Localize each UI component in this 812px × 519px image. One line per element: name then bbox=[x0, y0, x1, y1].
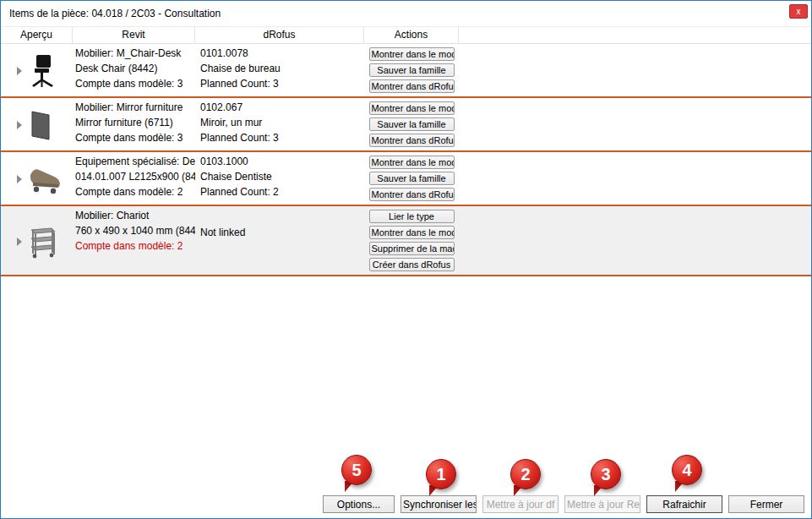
header-revit[interactable]: Revit bbox=[73, 27, 195, 43]
dentist-chair-icon bbox=[28, 164, 65, 194]
revit-cell: Mobilier: Mirror furniture Mirror furnit… bbox=[73, 98, 195, 150]
actions-cell: Montrer dans le mod Sauver la famille Mo… bbox=[364, 152, 459, 205]
mirror-icon bbox=[28, 107, 53, 143]
drofus-code: 0101.0078 bbox=[200, 46, 364, 61]
drofus-cell: 0102.067 Miroir, un mur Planned Count: 3 bbox=[195, 98, 364, 150]
revit-count: Compte dans modèle: 3 bbox=[75, 76, 195, 91]
drofus-cell: 0103.1000 Chaise Dentiste Planned Count:… bbox=[195, 152, 364, 205]
supprimer-maquette-button[interactable]: Supprimer de la maq bbox=[369, 242, 455, 255]
montrer-modele-button[interactable]: Montrer dans le mod bbox=[369, 47, 455, 61]
revit-type: 014.01.007 L2125x900 (84 bbox=[75, 169, 195, 184]
table-header: Aperçu Revit dRofus Actions bbox=[1, 27, 811, 44]
callout-badge-5: 5 bbox=[341, 455, 372, 485]
montrer-drofus-button[interactable]: Montrer dans dRofus bbox=[369, 79, 455, 93]
sauver-famille-button[interactable]: Sauver la famille bbox=[369, 63, 455, 77]
footer-buttons: Options... Synchroniser les Mettre à jou… bbox=[1, 495, 804, 513]
drofus-cell: 0101.0078 Chaise de bureau Planned Count… bbox=[195, 44, 364, 96]
callout-badge-4: 4 bbox=[672, 455, 702, 485]
callout-badge-2: 2 bbox=[510, 459, 541, 489]
items-dialog: Items de la pièce: 04.018 / 2C03 - Consu… bbox=[0, 0, 812, 519]
revit-cell: Mobilier: Chariot 760 x 490 x 1040 mm (8… bbox=[73, 206, 195, 275]
montrer-modele-button[interactable]: Montrer dans le mod bbox=[369, 101, 455, 115]
sauver-famille-button[interactable]: Sauver la famille bbox=[369, 117, 455, 131]
callout-number: 1 bbox=[436, 465, 445, 484]
montrer-drofus-button[interactable]: Montrer dans dRofus bbox=[369, 188, 455, 201]
revit-count: Compte dans modèle: 3 bbox=[75, 130, 195, 145]
preview-cell bbox=[1, 152, 73, 205]
revit-cell: Mobilier: M_Chair-Desk Desk Chair (8442)… bbox=[73, 44, 195, 96]
preview-cell bbox=[1, 206, 73, 275]
drofus-name: Miroir, un mur bbox=[200, 115, 364, 130]
options-button[interactable]: Options... bbox=[323, 495, 395, 513]
revit-count-alert: Compte dans modèle: 2 bbox=[75, 238, 195, 254]
drofus-code: 0103.1000 bbox=[200, 154, 364, 169]
table-row: Mobilier: Mirror furniture Mirror furnit… bbox=[1, 98, 811, 152]
sauver-famille-button[interactable]: Sauver la famille bbox=[369, 172, 455, 185]
revit-type: Desk Chair (8442) bbox=[75, 61, 195, 76]
fermer-button[interactable]: Fermer bbox=[728, 495, 804, 513]
table-row: Equipement spécialisé: De 014.01.007 L21… bbox=[1, 152, 811, 206]
lier-type-button[interactable]: Lier le type bbox=[369, 210, 455, 223]
actions-cell: Montrer dans le mod Sauver la famille Mo… bbox=[364, 98, 459, 150]
close-button[interactable]: x bbox=[789, 4, 808, 19]
mettre-a-jour-revit-button[interactable]: Mettre à jour Re bbox=[564, 495, 640, 513]
revit-family: Equipement spécialisé: De bbox=[75, 154, 195, 169]
trolley-cart-icon bbox=[28, 225, 58, 259]
revit-family: Mobilier: M_Chair-Desk bbox=[75, 46, 195, 61]
callout-number: 3 bbox=[601, 465, 610, 484]
actions-cell: Lier le type Montrer dans le mod Supprim… bbox=[364, 206, 459, 275]
drofus-name: Chaise de bureau bbox=[200, 61, 364, 76]
header-drofus[interactable]: dRofus bbox=[195, 27, 364, 43]
callout-number: 2 bbox=[520, 465, 530, 484]
header-apercu[interactable]: Aperçu bbox=[1, 27, 73, 43]
revit-count: Compte dans modèle: 2 bbox=[75, 184, 195, 199]
drofus-cell: Not linked bbox=[195, 206, 364, 275]
titlebar: Items de la pièce: 04.018 / 2C03 - Consu… bbox=[1, 1, 811, 27]
close-icon: x bbox=[797, 7, 801, 16]
revit-family: Mobilier: Chariot bbox=[75, 208, 195, 223]
table-row: Mobilier: M_Chair-Desk Desk Chair (8442)… bbox=[1, 44, 811, 98]
creer-drofus-button[interactable]: Créer dans dRofus bbox=[369, 258, 455, 271]
expand-arrow-icon[interactable] bbox=[17, 121, 22, 129]
preview-cell bbox=[1, 98, 73, 150]
callout-number: 4 bbox=[682, 461, 691, 480]
callout-badge-3: 3 bbox=[591, 459, 621, 489]
drofus-count: Planned Count: 3 bbox=[200, 130, 364, 145]
revit-cell: Equipement spécialisé: De 014.01.007 L21… bbox=[73, 152, 195, 205]
preview-cell bbox=[1, 44, 73, 96]
expand-arrow-icon[interactable] bbox=[17, 67, 22, 75]
revit-type: 760 x 490 x 1040 mm (844 bbox=[75, 223, 195, 238]
table-row: Mobilier: Chariot 760 x 490 x 1040 mm (8… bbox=[1, 206, 811, 276]
expand-arrow-icon[interactable] bbox=[17, 238, 22, 246]
revit-family: Mobilier: Mirror furniture bbox=[75, 100, 195, 115]
desk-chair-icon bbox=[28, 53, 58, 89]
revit-type: Mirror furniture (6711) bbox=[75, 115, 195, 130]
expand-arrow-icon[interactable] bbox=[17, 175, 22, 183]
montrer-drofus-button[interactable]: Montrer dans dRofus bbox=[369, 134, 455, 147]
header-actions[interactable]: Actions bbox=[364, 27, 459, 43]
callout-badge-1: 1 bbox=[426, 459, 456, 489]
montrer-modele-button[interactable]: Montrer dans le mod bbox=[369, 226, 455, 239]
callout-number: 5 bbox=[352, 461, 361, 480]
actions-cell: Montrer dans le mod Sauver la famille Mo… bbox=[364, 44, 459, 96]
mettre-a-jour-drofus-button[interactable]: Mettre à jour df bbox=[482, 495, 559, 513]
drofus-status: Not linked bbox=[200, 225, 364, 240]
drofus-count: Planned Count: 3 bbox=[200, 76, 364, 91]
montrer-modele-button[interactable]: Montrer dans le mod bbox=[369, 156, 455, 169]
drofus-name: Chaise Dentiste bbox=[200, 169, 364, 184]
header-spacer bbox=[459, 27, 811, 43]
synchroniser-button[interactable]: Synchroniser les bbox=[401, 495, 477, 513]
rafraichir-button[interactable]: Rafraichir bbox=[646, 495, 722, 513]
window-title: Items de la pièce: 04.018 / 2C03 - Consu… bbox=[1, 8, 221, 19]
drofus-count: Planned Count: 2 bbox=[200, 184, 364, 199]
drofus-code: 0102.067 bbox=[200, 100, 364, 115]
